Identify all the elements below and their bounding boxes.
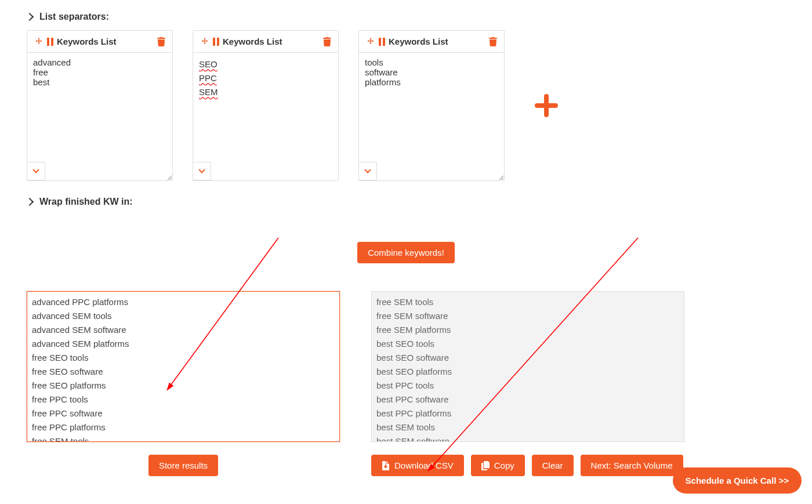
chevron-down-icon: [198, 166, 205, 173]
keyword-input[interactable]: SEO PPC SEM: [193, 53, 338, 180]
trash-icon[interactable]: [489, 37, 497, 46]
add-list-button[interactable]: [535, 94, 558, 117]
button-label: Download CSV: [394, 461, 454, 470]
keyword-lists-row: Keywords List Keywords List: [27, 30, 785, 180]
keyword-card: Keywords List SEO PPC SEM: [193, 30, 339, 180]
chevron-down-icon: [364, 166, 371, 173]
combine-keywords-button[interactable]: Combine keywords!: [357, 242, 455, 263]
keyword-input[interactable]: [359, 53, 504, 180]
clear-button[interactable]: Clear: [532, 455, 574, 476]
move-icon[interactable]: [200, 37, 209, 46]
chevron-right-icon: [26, 13, 34, 21]
copy-button[interactable]: Copy: [471, 455, 525, 476]
file-download-icon: [382, 461, 390, 470]
section-label: Wrap finished KW in:: [39, 197, 133, 207]
pause-icon[interactable]: [213, 38, 219, 46]
actions-row: Store results Download CSV Copy Clear Ne…: [27, 455, 785, 476]
section-label: List separators:: [39, 12, 109, 22]
keyword-card-expand[interactable]: [358, 162, 377, 180]
move-icon[interactable]: [366, 37, 375, 46]
schedule-call-button[interactable]: Schedule a Quick Call >>: [673, 467, 802, 494]
download-csv-button[interactable]: Download CSV: [371, 455, 464, 476]
next-search-volume-button[interactable]: Next: Search Volume: [581, 455, 683, 476]
stored-results-output[interactable]: [371, 291, 684, 442]
store-results-button[interactable]: Store results: [148, 455, 218, 476]
pause-icon[interactable]: [379, 38, 385, 46]
section-list-separators[interactable]: List separators:: [27, 12, 785, 22]
keyword-card-title: Keywords List: [223, 37, 282, 46]
keyword-card: Keywords List: [358, 30, 505, 180]
move-icon[interactable]: [34, 37, 44, 46]
chevron-right-icon: [26, 198, 34, 206]
keyword-card: Keywords List: [27, 30, 173, 180]
trash-icon[interactable]: [157, 37, 165, 46]
copy-icon: [481, 461, 490, 470]
keyword-card-header: Keywords List: [27, 31, 172, 53]
keyword-card-header: Keywords List: [193, 31, 338, 53]
keyword-card-expand[interactable]: [193, 162, 211, 180]
trash-icon[interactable]: [323, 37, 331, 46]
keyword-card-title: Keywords List: [389, 37, 448, 46]
chevron-down-icon: [32, 166, 39, 173]
keyword-card-title: Keywords List: [57, 37, 117, 46]
keyword-input[interactable]: [27, 53, 172, 180]
results-row: [27, 291, 785, 444]
section-wrap-finished[interactable]: Wrap finished KW in:: [27, 197, 785, 207]
keyword-card-header: Keywords List: [359, 31, 504, 53]
pause-icon[interactable]: [47, 38, 53, 46]
button-label: Copy: [494, 461, 514, 470]
results-output[interactable]: [27, 291, 340, 442]
keyword-card-expand[interactable]: [27, 162, 45, 180]
